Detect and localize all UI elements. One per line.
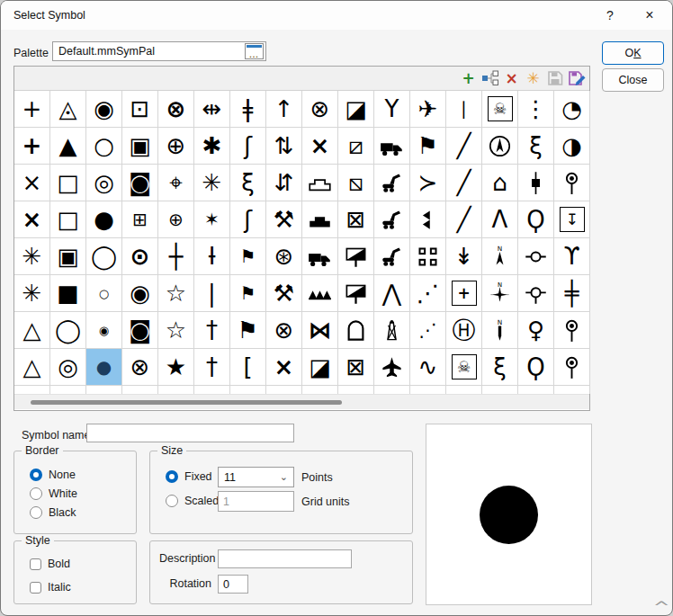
link-symbol-button[interactable]	[480, 69, 499, 88]
symbol-cell-square-inverse-dot[interactable]: ◙	[122, 165, 158, 201]
symbol-cell-box-x-arch[interactable]: ⊠	[338, 349, 374, 386]
symbol-cell-circle-x-bold[interactable]: ⊗	[158, 91, 194, 128]
symbol-cell-airplane[interactable]: ✈	[410, 91, 446, 128]
symbol-cell-zigzag-arrow[interactable]: ξ	[518, 128, 554, 165]
symbol-cell-triangles-row[interactable]	[302, 275, 338, 312]
symbol-cell-circle-x-large[interactable]: ⊗	[122, 349, 158, 386]
symbol-cell-line-arrows-lr[interactable]: ⇹	[194, 91, 230, 128]
symbol-cell-triangle-nested[interactable]: ◬	[50, 91, 86, 128]
symbol-cell-flag-small[interactable]: ⚑	[230, 238, 266, 275]
symbol-cell-empty[interactable]	[122, 386, 158, 394]
symbol-cell-square-dot[interactable]: ⊡	[122, 91, 158, 128]
symbol-cell-digger[interactable]	[374, 238, 410, 275]
save-palette-button[interactable]	[545, 69, 564, 88]
symbol-cell-excavator[interactable]	[374, 201, 410, 238]
symbol-cell-triangle-filled[interactable]: ▲	[50, 128, 86, 165]
symbol-cell-fork-y[interactable]: Y	[374, 91, 410, 128]
symbol-cell-empty[interactable]	[554, 386, 590, 394]
symbol-cell-circle-legs[interactable]: Ϙ	[518, 349, 554, 386]
symbol-cell-skull-boxed[interactable]: ☠	[482, 91, 518, 128]
symbol-cell-bullseye-small[interactable]: ◉	[86, 312, 122, 349]
symbol-cell-crossed-arrows[interactable]: ×	[302, 128, 338, 165]
symbol-cell-north-needle[interactable]: N	[482, 238, 518, 275]
symbol-cell-crosshair-small[interactable]: ⊕	[158, 201, 194, 238]
symbol-cell-circle-large[interactable]: ◯	[50, 312, 86, 349]
add-symbol-button[interactable]: +	[459, 69, 478, 88]
symbol-cell-circle-stick[interactable]: Ϙ	[518, 201, 554, 238]
symbol-cell-empty[interactable]	[230, 386, 266, 394]
symbol-cell-bowtie[interactable]: ⋈	[302, 312, 338, 349]
symbol-cell-tick-small[interactable]: ∣	[446, 91, 482, 128]
symbol-cell-octagon-outline[interactable]: ◯	[86, 238, 122, 275]
symbol-cell-asterisk-6[interactable]: ✱	[194, 128, 230, 165]
symbol-cell-empty[interactable]	[194, 386, 230, 394]
symbol-cell-dagger[interactable]: †	[194, 349, 230, 386]
symbol-cell-line-vertical[interactable]: |	[194, 275, 230, 312]
delete-symbol-button[interactable]: ×	[502, 69, 521, 88]
symbol-cell-plinth-filled[interactable]	[302, 201, 338, 238]
symbol-cell-empty[interactable]	[266, 386, 302, 394]
symbol-cell-square-outline[interactable]: □	[50, 165, 86, 201]
symbol-cell-line-double-tick[interactable]: ǂ	[230, 91, 266, 128]
palette-combobox[interactable]: Default.mmSymPal ...	[52, 41, 266, 61]
symbol-cell-house[interactable]: ⌂	[482, 165, 518, 201]
size-scaled-radio[interactable]: Scaled	[166, 494, 219, 508]
symbol-cell-empty[interactable]	[50, 386, 86, 394]
symbol-cell-crosshair-target[interactable]: ⌖	[158, 165, 194, 201]
symbol-cell-squiggle-arrow[interactable]: ʃ	[230, 201, 266, 238]
symbol-cell-skull-boxed-2[interactable]: ☠	[446, 349, 482, 386]
symbol-cell-plinth-outline[interactable]	[302, 165, 338, 201]
symbol-cell-double-chevron-up[interactable]: ⋀	[374, 275, 410, 312]
checkbox-icon[interactable]	[30, 558, 41, 570]
style-option-bold[interactable]: Bold	[30, 557, 70, 571]
symbol-cell-parallelogram-half[interactable]: ◪	[302, 349, 338, 386]
symbol-cell-sign-hatched[interactable]	[338, 275, 374, 312]
symbol-cell-empty[interactable]	[374, 386, 410, 394]
symbol-cell-rect-diagonal-up[interactable]: ⧄	[338, 128, 374, 165]
symbol-cell-cross-diag-bold[interactable]: ×	[14, 201, 50, 238]
border-option-none[interactable]: None	[30, 468, 76, 482]
symbol-cell-circle-cross-thin[interactable]: ⊕	[158, 128, 194, 165]
symbol-cell-plus-boxed[interactable]: +	[446, 275, 482, 312]
symbol-cell-circle-square-filled[interactable]: ⊙	[122, 238, 158, 275]
symbol-cell-helipad[interactable]: Ⓗ	[446, 312, 482, 349]
symbol-cell-dump-truck[interactable]	[374, 128, 410, 165]
symbol-cell-stroke-diagonal-bold[interactable]: ╱	[446, 165, 482, 201]
description-input[interactable]	[218, 549, 352, 568]
symbol-cell-circle-half-filled[interactable]: ◑	[554, 128, 590, 165]
symbol-cell-crossed-hammers[interactable]: ⚒	[266, 275, 302, 312]
save-palette-as-button[interactable]	[567, 69, 586, 88]
symbol-cell-stroke-diagonal-2[interactable]: ╱	[446, 201, 482, 238]
symbol-cell-diamond-column[interactable]: ⋮	[518, 91, 554, 128]
symbol-cell-square-dot-bold[interactable]: ▣	[122, 128, 158, 165]
symbol-cell-flag-cross-base[interactable]: ⚑	[410, 128, 446, 165]
symbol-cell-circle-tools[interactable]: ⊛	[266, 238, 302, 275]
symbol-cell-circle-x-ticks[interactable]: ⊗	[266, 312, 302, 349]
symbol-cell-spire-outline[interactable]: Λ	[482, 201, 518, 238]
symbol-cell-circle-crossed-arrows[interactable]: ⊗	[302, 91, 338, 128]
symbol-cell-bullseye-marker-2[interactable]	[554, 312, 590, 349]
symbol-cell-empty[interactable]	[518, 386, 554, 394]
close-button[interactable]: Close	[602, 68, 664, 92]
symbol-cell-star-filled[interactable]: ★	[158, 349, 194, 386]
symbol-cell-circle-outline-bold[interactable]: ○	[86, 128, 122, 165]
symbol-cell-s-curve[interactable]: ∿	[410, 349, 446, 386]
symbol-cell-asterisk-small[interactable]: ✶	[194, 201, 230, 238]
symbol-name-input[interactable]	[86, 424, 294, 442]
symbol-cell-cross-pattern[interactable]: ╪	[554, 275, 590, 312]
symbol-cell-flag-filled[interactable]: ⚑	[230, 312, 266, 349]
border-option-black[interactable]: Black	[30, 505, 76, 520]
symbol-cell-empty[interactable]	[158, 386, 194, 394]
border-option-white[interactable]: White	[30, 487, 77, 501]
browse-palette-button[interactable]: ...	[245, 43, 264, 59]
symbol-cell-flag-tiny[interactable]: ⚑	[230, 275, 266, 312]
symbol-cell-asterisk-8-bold[interactable]: ✳	[14, 275, 50, 312]
symbol-cell-circle-small[interactable]: ○	[86, 275, 122, 312]
symbol-cell-arrows-up-down[interactable]: ⇅	[266, 128, 302, 165]
symbol-cell-star-outline[interactable]: ☆	[158, 275, 194, 312]
symbol-cell-crossed-arrows-heavy[interactable]: ×	[266, 349, 302, 386]
symbol-cell-empty[interactable]	[446, 386, 482, 394]
symbol-cell-zigzag-vertical[interactable]: ξ	[482, 349, 518, 386]
symbol-cell-arrowhead-open[interactable]: ≻	[410, 165, 446, 201]
symbol-cell-triangle-outline[interactable]: △	[14, 312, 50, 349]
